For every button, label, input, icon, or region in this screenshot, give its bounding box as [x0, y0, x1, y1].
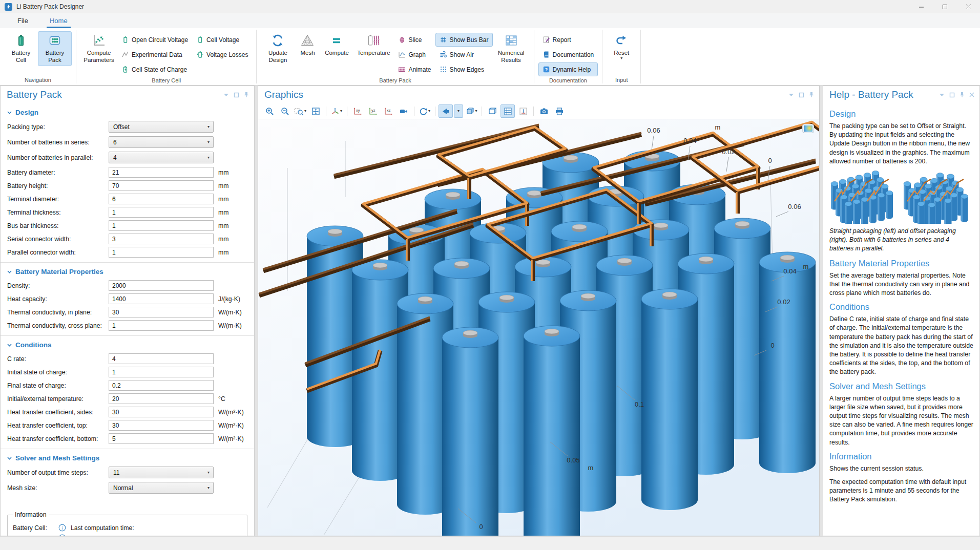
graph-button[interactable]: Graph	[394, 48, 435, 61]
scene-light-caret-button[interactable]: ▾	[454, 104, 463, 118]
input-initial-external-temperature-[interactable]	[109, 393, 214, 404]
zoom-box-button[interactable]: ▾	[293, 104, 307, 118]
battery-pack-button[interactable]: Battery Pack	[38, 31, 72, 66]
show-air-button[interactable]: Show Air	[435, 48, 493, 61]
temperature-button[interactable]: Temperature	[353, 31, 394, 58]
camera-view-button[interactable]	[397, 104, 411, 118]
dynamic-help-button[interactable]: ? Dynamic Help	[538, 62, 598, 76]
input-battery-height-[interactable]	[109, 180, 214, 191]
panel-menu-icon[interactable]	[788, 93, 794, 97]
panel-pin-icon[interactable]	[809, 92, 814, 98]
input-final-state-of-charge-[interactable]	[109, 380, 214, 391]
minimize-button[interactable]	[909, 0, 933, 13]
panel-pin-icon[interactable]	[244, 92, 249, 98]
show-grid-button[interactable]	[501, 104, 515, 118]
input-terminal-thickness-[interactable]	[109, 207, 214, 218]
panel-float-icon[interactable]	[949, 92, 955, 98]
input-parallel-connector-width-[interactable]	[109, 247, 214, 258]
dropdown-mesh-size-[interactable]: Normal▾	[109, 482, 214, 494]
close-button[interactable]	[956, 0, 980, 13]
show-bus-bar-button[interactable]: Show Bus Bar	[435, 33, 493, 47]
scene-light-button[interactable]	[439, 104, 453, 118]
animate-button[interactable]: Animate	[394, 62, 435, 76]
dropdown-packing-type-[interactable]: Offset▾	[109, 121, 214, 133]
perspective-button[interactable]	[485, 104, 499, 118]
input-heat-transfer-coefficient-bottom-[interactable]	[109, 433, 214, 444]
print-button[interactable]	[552, 104, 567, 118]
documentation-button[interactable]: Documentation	[538, 48, 598, 61]
input-heat-transfer-coefficient-sides-[interactable]	[109, 407, 214, 417]
tab-home[interactable]: Home	[47, 15, 71, 28]
slice-button[interactable]: Slice	[394, 33, 435, 47]
input-density-[interactable]	[109, 280, 214, 291]
cell-voltage-button[interactable]: Cell Voltage	[192, 33, 252, 47]
tab-file[interactable]: File	[14, 15, 31, 28]
input-bus-bar-thickness-[interactable]	[109, 220, 214, 231]
panel-pin-icon[interactable]	[960, 92, 965, 98]
view-yz-button[interactable]: yz	[366, 104, 380, 118]
help-heading[interactable]: Solver and Mesh Settings	[829, 382, 973, 391]
default-view-caret-icon[interactable]: ▾	[340, 109, 342, 113]
panel-menu-icon[interactable]	[223, 93, 229, 97]
report-button[interactable]: Report	[538, 33, 598, 47]
experimental-data-button[interactable]: Experimental Data	[117, 48, 192, 61]
default-view-button[interactable]: ▾	[329, 104, 344, 118]
environment-caret-icon[interactable]: ▾	[475, 109, 477, 113]
numerical-results-button[interactable]: Numerical Results	[493, 31, 530, 66]
cell-state-of-charge-button[interactable]: Cell State of Charge	[117, 62, 192, 76]
plot-context-icon[interactable]	[802, 124, 814, 133]
section-heading[interactable]: Solver and Mesh Settings	[7, 454, 247, 462]
zoom-in-button[interactable]	[262, 104, 277, 118]
open-circuit-voltage-button[interactable]: Open Circuit Voltage	[117, 33, 192, 47]
dropdown-number-of-output-time-steps-[interactable]: 11▾	[109, 467, 214, 478]
input-battery-diameter-[interactable]	[109, 167, 214, 178]
show-edges-button[interactable]: Show Edges	[435, 62, 493, 76]
graphics-canvas[interactable]: 0.060.040.020m0.060.040.020m0.10.050m	[258, 119, 819, 536]
info-row-battery-pack: Battery Pack: i Last computation time:	[13, 534, 242, 536]
input-thermal-conductivity-cross-plane-[interactable]	[109, 320, 214, 331]
dropdown-number-of-batteries-in-parallel-[interactable]: 4▾	[109, 152, 214, 163]
zoom-box-caret-icon[interactable]: ▾	[304, 109, 306, 113]
input-terminal-diameter-[interactable]	[109, 194, 214, 204]
panel-menu-icon[interactable]	[939, 93, 945, 97]
rotate-caret-icon[interactable]: ▾	[428, 109, 430, 113]
panel-float-icon[interactable]	[799, 92, 804, 98]
input-heat-transfer-coefficient-top-[interactable]	[109, 420, 214, 431]
reset-button[interactable]: Reset ▾	[607, 31, 636, 62]
input-thermal-conductivity-in-plane-[interactable]	[109, 307, 214, 318]
form-row: Mesh size:Normal▾	[7, 482, 247, 494]
help-heading[interactable]: Information	[829, 452, 973, 461]
view-xz-button[interactable]: xz	[381, 104, 395, 118]
dropdown-number-of-batteries-in-series-[interactable]: 6▾	[109, 136, 214, 148]
compute-parameters-button[interactable]: Compute Parameters	[80, 31, 117, 66]
maximize-button[interactable]	[933, 0, 956, 13]
battery-cell-button[interactable]: Battery Cell	[4, 31, 38, 66]
voltage-losses-button[interactable]: Voltage Losses	[192, 48, 252, 61]
view-xy-button[interactable]: xy	[350, 104, 365, 118]
rotate-button[interactable]: ▾	[418, 104, 432, 118]
help-heading[interactable]: Conditions	[829, 302, 973, 312]
update-design-button[interactable]: Update Design	[261, 31, 295, 66]
reset-caret-icon[interactable]: ▾	[620, 56, 622, 60]
input-initial-state-of-charge-[interactable]	[109, 367, 214, 377]
input-heat-capacity-[interactable]	[109, 293, 214, 304]
environment-button[interactable]: ▾	[464, 104, 478, 118]
section-heading[interactable]: Battery Material Properties	[7, 268, 247, 276]
zoom-out-button[interactable]	[278, 104, 292, 118]
form-row: Thermal conductivity, cross plane:W/(m·K…	[7, 320, 247, 331]
compute-button[interactable]: Compute	[320, 31, 353, 58]
section-heading[interactable]: Design	[7, 109, 247, 116]
help-paragraph: Define C rate, initial state of charge a…	[829, 315, 973, 376]
input-c-rate-[interactable]	[109, 353, 214, 364]
form-row: Heat transfer coefficient, top:W/(m²·K)	[7, 420, 247, 431]
mesh-button[interactable]: Mesh	[295, 31, 320, 58]
zoom-extents-button[interactable]	[308, 104, 323, 118]
section-heading[interactable]: Conditions	[7, 341, 247, 349]
panel-float-icon[interactable]	[234, 92, 239, 98]
show-axes-button[interactable]	[516, 104, 530, 118]
snapshot-button[interactable]	[537, 104, 551, 118]
panel-close-icon[interactable]	[969, 92, 974, 97]
help-heading[interactable]: Battery Material Properties	[829, 259, 973, 268]
input-serial-connector-width-[interactable]	[109, 234, 214, 244]
help-heading[interactable]: Design	[829, 109, 973, 119]
